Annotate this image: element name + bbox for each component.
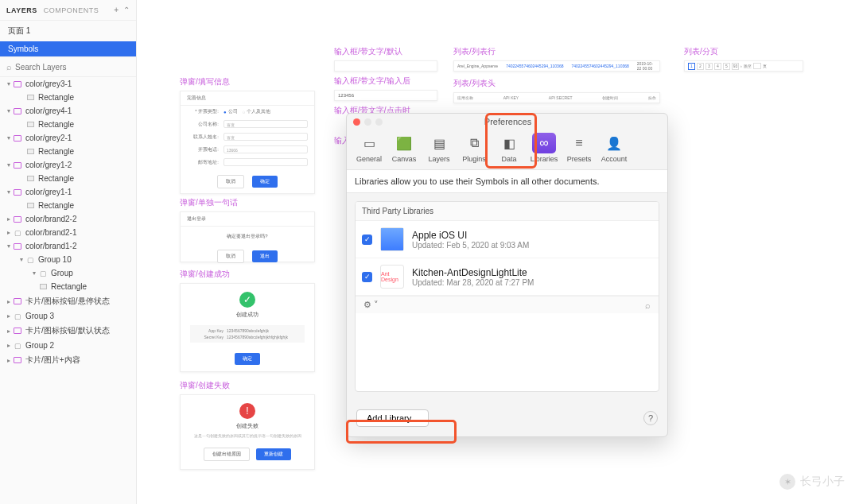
disclosure-arrow-icon[interactable]: ▾	[17, 256, 25, 263]
layer-row[interactable]: ▾color/grey2-1	[0, 131, 136, 145]
tab-components[interactable]: COMPONENTS	[44, 6, 99, 14]
account-icon: 👤	[602, 133, 626, 153]
layer-row[interactable]: ▾color/brand1-2	[0, 239, 136, 253]
disclosure-arrow-icon[interactable]: ▸	[5, 342, 13, 349]
add-page-icon[interactable]: +	[114, 6, 119, 14]
status-text: 创建失败	[181, 422, 314, 430]
ok-button[interactable]: 确定	[235, 353, 260, 365]
layer-row[interactable]: Rectangle	[0, 118, 136, 131]
watermark-text: 长弓小子	[800, 475, 845, 489]
disclosure-arrow-icon[interactable]: ▾	[5, 242, 13, 250]
search-input[interactable]	[15, 63, 130, 72]
page-number[interactable]: 2	[697, 63, 704, 70]
canvas-icon: 🟩	[392, 133, 416, 153]
disclosure-arrow-icon[interactable]: ▸	[5, 357, 13, 364]
layer-row[interactable]: ▸卡片/图片+内容	[0, 352, 136, 368]
tab-layers[interactable]: LAYERS	[6, 6, 37, 14]
layer-row[interactable]: Rectangle	[0, 172, 136, 185]
collapse-icon[interactable]: ⌃	[123, 6, 130, 14]
symbols-row[interactable]: Symbols	[0, 41, 136, 56]
library-item[interactable]: ✓Apple iOS UIUpdated: Feb 5, 2020 at 9:0…	[356, 221, 659, 258]
add-library-button[interactable]: Add Library...	[356, 409, 429, 427]
layer-row[interactable]: Rectangle	[0, 280, 136, 293]
layer-row[interactable]: ▸卡片/图标按钮/悬停状态	[0, 293, 136, 309]
pref-tab-account[interactable]: 👤Account	[597, 133, 632, 163]
layer-row[interactable]: ▸▢Group 3	[0, 309, 136, 323]
window-title: Preferences	[355, 117, 661, 126]
artboard-title: 输入框/带文字/默认	[334, 46, 437, 57]
layer-row[interactable]: ▸卡片/图标按钮/默认状态	[0, 323, 136, 339]
layers-icon: ▤	[427, 133, 451, 153]
layer-row[interactable]: ▾▢Group 10	[0, 253, 136, 266]
label: * 开票类型:	[187, 108, 219, 115]
pref-tab-libraries[interactable]: ∞Libraries	[527, 133, 562, 163]
library-checkbox[interactable]: ✓	[362, 235, 372, 245]
layer-row[interactable]: ▾color/grey3-1	[0, 77, 136, 91]
confirm-button[interactable]: 确定	[252, 176, 278, 188]
page-number[interactable]: 1	[688, 63, 695, 70]
layer-row[interactable]: ▸▢color/brand2-1	[0, 226, 136, 239]
disclosure-arrow-icon[interactable]: ▾	[5, 107, 13, 114]
page-number[interactable]: 3	[705, 63, 713, 70]
artboard-title: 列表/列表行	[453, 46, 660, 57]
layers-panel: LAYERS COMPONENTS + ⌃ 页面 1 Symbols ⌕ ▾co…	[0, 0, 137, 504]
layer-row[interactable]: ▸▢Group 2	[0, 339, 136, 352]
cancel-button[interactable]: 取消	[217, 175, 244, 188]
disclosure-arrow-icon[interactable]: ▾	[5, 161, 13, 169]
page-name[interactable]: 页面 1	[0, 21, 136, 41]
library-item[interactable]: ✓Ant DesignKitchen-AntDesignLightLiteUpd…	[356, 258, 659, 296]
artboard-title: 输入框/带文字/输入后	[334, 76, 437, 87]
layer-row[interactable]: ▾color/grey1-2	[0, 158, 136, 172]
libraries-description: Libraries allow you to use their Symbols…	[347, 169, 667, 193]
layer-row[interactable]: ▸color/brand2-2	[0, 212, 136, 226]
disclosure-arrow-icon[interactable]: ▾	[30, 269, 38, 277]
kv-value: 1234567890abcdefghijkhfghjkfghjk	[227, 335, 288, 339]
success-icon: ✓	[239, 292, 255, 308]
gear-icon[interactable]: ⚙︎ ˅	[363, 300, 379, 310]
confirm-button[interactable]: 退出	[252, 250, 278, 262]
layer-row[interactable]: Rectangle	[0, 91, 136, 104]
radio-opt[interactable]: 个人及其他	[247, 108, 270, 115]
search-icon[interactable]: ⌕	[645, 300, 651, 310]
cancel-button[interactable]: 取消	[217, 250, 244, 263]
disclosure-arrow-icon[interactable]: ▸	[5, 298, 13, 305]
layer-label: Group	[51, 269, 73, 277]
text-input[interactable]: 百度	[223, 133, 308, 141]
layer-row[interactable]: ▾▢Group	[0, 266, 136, 280]
radio-opt[interactable]: 公司	[228, 108, 238, 115]
disclosure-arrow-icon[interactable]: ▸	[5, 229, 13, 236]
disclosure-arrow-icon[interactable]: ▸	[5, 328, 13, 335]
page-next[interactable]: ›	[740, 64, 742, 68]
pref-tab-canvas[interactable]: 🟩Canvas	[387, 133, 422, 163]
reason-button[interactable]: 创建出错原因	[204, 448, 250, 461]
page-number[interactable]: 5	[723, 63, 730, 70]
pref-tab-layers[interactable]: ▤Layers	[422, 133, 457, 163]
text-input[interactable]	[223, 158, 308, 166]
pref-tab-general[interactable]: ▭General	[352, 133, 387, 163]
library-checkbox[interactable]: ✓	[362, 272, 372, 282]
folder-icon: ▢	[25, 256, 35, 264]
page-number[interactable]: 93	[732, 63, 739, 70]
page-number[interactable]: 4	[714, 63, 721, 70]
status-desc: 这是一句创建失败的原因或其它的提示语一句创建失败的原因	[181, 433, 314, 438]
disclosure-arrow-icon[interactable]: ▸	[5, 312, 13, 320]
layer-row[interactable]: Rectangle	[0, 199, 136, 212]
pref-tab-label: Data	[492, 155, 527, 163]
pref-tab-presets[interactable]: ≡Presets	[562, 133, 597, 163]
disclosure-arrow-icon[interactable]: ▸	[5, 215, 13, 223]
disclosure-arrow-icon[interactable]: ▾	[5, 188, 13, 196]
text-input[interactable]: 百度	[223, 120, 308, 128]
library-updated: Updated: Mar 28, 2020 at 7:27 PM	[412, 278, 534, 287]
pref-tab-plugins[interactable]: ⧉Plugins	[457, 133, 492, 163]
kv-value: 1234567890abcdefghijk	[227, 328, 269, 333]
layer-row[interactable]: Rectangle	[0, 145, 136, 158]
layer-row[interactable]: ▾color/grey4-1	[0, 104, 136, 118]
layer-row[interactable]: ▾color/grey1-1	[0, 185, 136, 199]
disclosure-arrow-icon[interactable]: ▾	[5, 80, 13, 87]
modal-header: 退出登录	[181, 212, 314, 227]
retry-button[interactable]: 重新创建	[256, 448, 291, 460]
pref-tab-data[interactable]: ◧Data	[492, 133, 527, 163]
text-input[interactable]: 13666	[223, 145, 308, 153]
disclosure-arrow-icon[interactable]: ▾	[5, 134, 13, 142]
help-button[interactable]: ?	[643, 411, 658, 425]
